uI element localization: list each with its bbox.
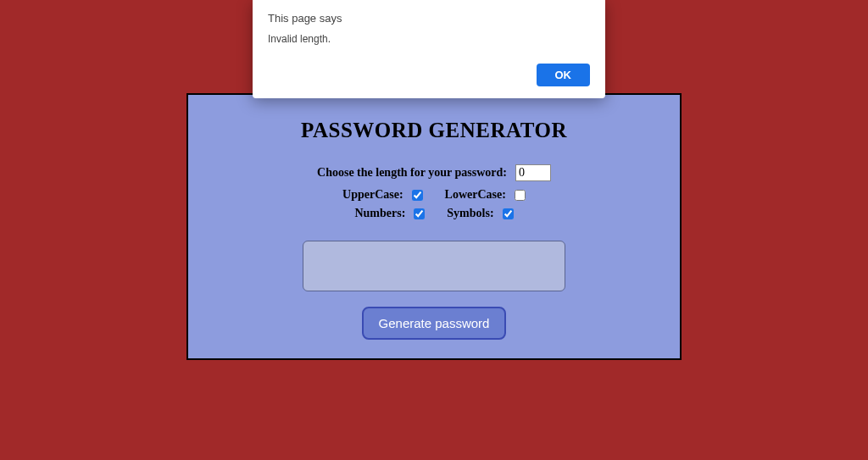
- uppercase-label: UpperCase:: [342, 188, 403, 202]
- password-output: [303, 241, 565, 291]
- uppercase-checkbox[interactable]: [412, 190, 423, 201]
- uppercase-option: UpperCase:: [342, 188, 423, 202]
- symbols-label: Symbols:: [447, 207, 493, 220]
- symbols-checkbox[interactable]: [503, 208, 514, 219]
- alert-message: Invalid length.: [268, 33, 590, 45]
- alert-title: This page says: [268, 12, 590, 25]
- lowercase-checkbox[interactable]: [515, 190, 526, 201]
- numbers-label: Numbers:: [354, 207, 405, 220]
- length-row: Choose the length for your password:: [188, 164, 680, 181]
- js-alert-dialog: This page says Invalid length. OK: [253, 0, 605, 98]
- generate-button[interactable]: Generate password: [362, 307, 507, 340]
- options-row-2: Numbers: Symbols:: [188, 207, 680, 220]
- length-label: Choose the length for your password:: [317, 166, 507, 180]
- numbers-checkbox[interactable]: [414, 208, 425, 219]
- page-title: PASSWORD GENERATOR: [188, 119, 680, 142]
- numbers-option: Numbers:: [354, 207, 425, 220]
- lowercase-option: LowerCase:: [445, 188, 526, 202]
- alert-ok-button[interactable]: OK: [537, 64, 591, 86]
- password-generator-card: PASSWORD GENERATOR Choose the length for…: [186, 93, 682, 360]
- lowercase-label: LowerCase:: [445, 188, 506, 202]
- symbols-option: Symbols:: [447, 207, 513, 220]
- length-input[interactable]: [515, 164, 551, 181]
- options-row-1: UpperCase: LowerCase:: [188, 188, 680, 202]
- alert-actions: OK: [537, 64, 591, 86]
